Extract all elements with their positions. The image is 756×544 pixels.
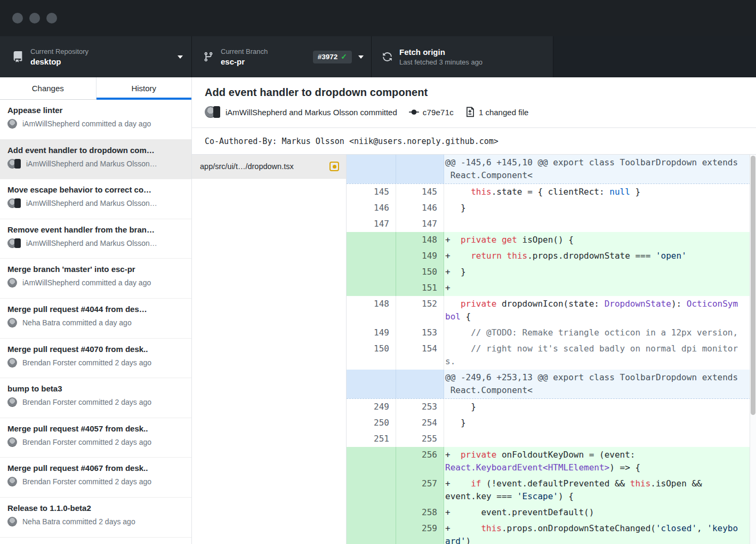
new-line-number: 152 <box>396 296 444 325</box>
close-button[interactable] <box>12 13 23 23</box>
diff-view: @@ -145,6 +145,10 @@ export class Toolba… <box>347 155 756 544</box>
diff-code-text: + this.props.onDropdownStateChanged('clo… <box>444 521 756 544</box>
commit-avatars <box>205 106 221 118</box>
diff-code-text: + event.preventDefault() <box>444 505 756 521</box>
commit-item[interactable]: Merge branch 'master' into esc-priAmWill… <box>0 259 191 299</box>
diff-code-text: + private get isOpen() { <box>444 232 756 248</box>
avatar <box>7 238 22 249</box>
file-row[interactable]: app/src/ui/t…/dropdown.tsx <box>192 155 346 179</box>
diff-code-text <box>444 216 756 232</box>
diff-context-line: 149153 // @TODO: Remake triangle octicon… <box>347 325 756 341</box>
commit-item-byline: Neha Batra committed 2 days ago <box>7 516 184 527</box>
commit-item-byline-text: Brendan Forster committed 2 days ago <box>22 358 151 367</box>
avatar <box>7 198 22 209</box>
commit-item[interactable]: Add event handler to dropdown com…iAmWil… <box>0 140 191 180</box>
commit-item[interactable]: Move escape behavior to correct co…iAmWi… <box>0 179 191 219</box>
repository-name: desktop <box>30 57 172 66</box>
commit-item-title: Merge pull request #4057 from desk.. <box>7 424 184 433</box>
commit-item-byline: Brendan Forster committed 2 days ago <box>7 357 184 368</box>
commit-item-byline-text: Brendan Forster committed 2 days ago <box>22 438 151 446</box>
tab-changes[interactable]: Changes <box>0 77 96 99</box>
new-line-number: 255 <box>396 431 444 447</box>
branch-label: Current Branch <box>221 47 308 55</box>
chevron-down-icon <box>178 55 183 59</box>
diff-context-line: 147147 <box>347 216 756 232</box>
new-line-number: 253 <box>396 399 444 415</box>
old-line-number <box>347 521 396 544</box>
new-line-number: 151 <box>396 280 444 296</box>
new-line-number: 154 <box>396 341 444 370</box>
commit-item-byline: Brendan Forster committed 2 days ago <box>7 437 184 447</box>
commit-item-byline: iAmWillShepherd and Markus Olsson… <box>7 198 184 209</box>
new-line-number: 147 <box>396 216 444 232</box>
scrollbar-thumb[interactable] <box>751 156 755 415</box>
new-line-number: 258 <box>396 505 444 521</box>
file-diff-icon <box>465 107 475 117</box>
commit-item[interactable]: bump to beta3Brendan Forster committed 2… <box>0 378 191 418</box>
commit-item-byline-text: iAmWillShepherd and Markus Olsson… <box>26 199 157 207</box>
diff-code-text: // right now it's scaled badly on normal… <box>444 341 756 370</box>
diff-added-line: 258+ event.preventDefault() <box>347 505 756 521</box>
new-line-number: 148 <box>396 232 444 248</box>
old-line-number: 150 <box>347 341 396 370</box>
commit-item-byline: Brendan Forster committed 2 days ago <box>7 397 184 407</box>
commit-byline: iAmWillShepherd and Markus Olsson commit… <box>226 108 397 117</box>
tab-history[interactable]: History <box>96 77 192 99</box>
commit-item[interactable]: Merge pull request #4067 from desk..Bren… <box>0 458 191 498</box>
diff-added-line: 256+ private onFoldoutKeyDown = (event: … <box>347 447 756 476</box>
avatar <box>7 277 18 288</box>
commit-message-body: Co-Authored-By: Markus Olsson <niik@user… <box>192 128 756 155</box>
commit-item[interactable]: Release to 1.1.0-beta2Neha Batra committ… <box>0 498 191 538</box>
commit-item[interactable]: Appease linteriAmWillShepherd committed … <box>0 100 191 140</box>
commit-item-byline: Brendan Forster committed 2 days ago <box>7 476 184 487</box>
commit-item-byline: iAmWillShepherd and Markus Olsson… <box>7 158 184 169</box>
history-sidebar: Changes History Appease linteriAmWillShe… <box>0 77 192 544</box>
current-branch-button[interactable]: Current Branch esc-pr #3972 ✓ <box>192 36 372 77</box>
new-line-number: 254 <box>396 415 444 431</box>
commit-item[interactable]: Merge pull request #4044 from des…Neha B… <box>0 299 191 339</box>
avatar <box>7 357 18 368</box>
old-line-number: 149 <box>347 325 396 341</box>
commit-item-title: Merge pull request #4070 from desk.. <box>7 345 184 354</box>
commit-item[interactable]: Merge pull request #4057 from desk..Bren… <box>0 418 191 458</box>
commit-item-title: Merge branch 'master' into esc-pr <box>7 265 184 274</box>
diff-code-text: + } <box>444 264 756 280</box>
fetch-origin-button[interactable]: Fetch origin Last fetched 3 minutes ago <box>372 36 553 77</box>
diff-code-text: // @TODO: Remake triangle octicon in a 1… <box>444 325 756 341</box>
diff-context-line: 150154 // right now it's scaled badly on… <box>347 341 756 370</box>
commit-item-byline-text: Neha Batra committed 2 days ago <box>22 517 135 526</box>
commit-item-title: Move escape behavior to correct co… <box>7 185 184 194</box>
diff-context-line: 251255 <box>347 431 756 447</box>
current-repository-button[interactable]: Current Repository desktop <box>0 36 192 77</box>
minimize-button[interactable] <box>29 13 40 23</box>
old-line-number: 251 <box>347 431 396 447</box>
diff-code-text: + <box>444 280 756 296</box>
new-line-number: 149 <box>396 248 444 264</box>
commit-item-byline-text: iAmWillShepherd and Markus Olsson… <box>26 159 157 168</box>
commit-item-byline-text: iAmWillShepherd committed a day ago <box>22 119 151 128</box>
fetch-subtitle: Last fetched 3 minutes ago <box>399 58 545 66</box>
diff-code-text: @@ -145,6 +145,10 @@ export class Toolba… <box>444 155 756 183</box>
branch-icon <box>203 51 214 62</box>
pr-number: #3972 <box>318 53 338 61</box>
diff-added-line: 259+ this.props.onDropdownStateChanged('… <box>347 521 756 544</box>
new-line-number <box>396 370 444 398</box>
window-titlebar <box>0 0 756 36</box>
new-line-number: 256 <box>396 447 444 476</box>
diff-context-line: 250254 } <box>347 415 756 431</box>
maximize-button[interactable] <box>46 13 57 23</box>
old-line-number: 250 <box>347 415 396 431</box>
file-path: app/src/ui/t…/dropdown.tsx <box>200 162 325 171</box>
new-line-number: 257 <box>396 476 444 505</box>
old-line-number: 146 <box>347 200 396 216</box>
commit-item[interactable]: Merge pull request #4039 from des… <box>0 538 191 544</box>
scrollbar-track[interactable] <box>750 155 756 544</box>
diff-context-line: 148152 private dropdownIcon(state: Dropd… <box>347 296 756 325</box>
old-line-number: 147 <box>347 216 396 232</box>
commit-item-byline: iAmWillShepherd committed a day ago <box>7 118 184 129</box>
diff-added-line: 257+ if (!event.defaultPrevented && this… <box>347 476 756 505</box>
old-line-number <box>347 155 396 183</box>
commit-item[interactable]: Merge pull request #4070 from desk..Bren… <box>0 339 191 379</box>
commit-item[interactable]: Remove event handler from the bran…iAmWi… <box>0 219 191 259</box>
old-line-number: 148 <box>347 296 396 325</box>
